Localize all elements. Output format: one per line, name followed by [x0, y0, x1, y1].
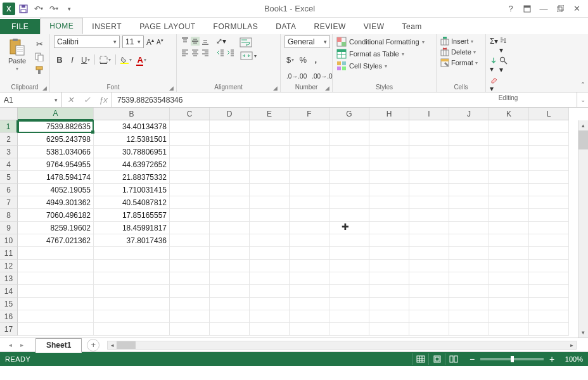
column-header[interactable]: E	[250, 108, 290, 120]
cell[interactable]	[449, 171, 489, 184]
cell[interactable]: 17.85165557	[94, 209, 170, 222]
cell[interactable]	[250, 158, 290, 171]
row-header[interactable]: 9	[0, 222, 18, 234]
customize-qat-icon[interactable]: ▾	[62, 2, 76, 16]
cell[interactable]	[290, 260, 329, 272]
decrease-decimal-icon[interactable]: .00→.0	[310, 70, 334, 82]
cell[interactable]	[250, 285, 290, 298]
cell[interactable]	[250, 184, 290, 196]
cell[interactable]	[210, 323, 250, 336]
cell[interactable]	[170, 272, 210, 285]
cell[interactable]	[210, 222, 250, 234]
cell[interactable]	[449, 298, 489, 310]
cell[interactable]	[329, 310, 369, 323]
align-middle-icon[interactable]	[191, 37, 200, 46]
ribbon-display-options-icon[interactable]	[520, 3, 535, 15]
scroll-left-icon[interactable]: ◂	[108, 342, 117, 348]
increase-decimal-icon[interactable]: .0→.00	[284, 70, 309, 82]
tab-view[interactable]: VIEW	[355, 19, 393, 34]
cell[interactable]	[369, 184, 409, 196]
cell[interactable]	[449, 285, 489, 298]
cell[interactable]	[449, 120, 489, 133]
cell[interactable]	[170, 234, 210, 247]
format-cells-button[interactable]: Format▾	[440, 58, 478, 67]
cell[interactable]	[449, 310, 489, 323]
cell[interactable]	[250, 146, 290, 158]
tab-formulas[interactable]: FORMULAS	[205, 19, 267, 34]
cell[interactable]	[250, 260, 290, 272]
cell[interactable]	[170, 222, 210, 234]
cell[interactable]	[290, 120, 329, 133]
cut-icon[interactable]: ✂	[33, 38, 46, 49]
tab-page-layout[interactable]: PAGE LAYOUT	[131, 19, 204, 34]
cell[interactable]: 4052.19055	[18, 184, 94, 196]
cell[interactable]: 7060.496182	[18, 209, 94, 222]
row-header[interactable]: 4	[0, 158, 18, 171]
vertical-scrollbar[interactable]: ▴ ▾	[578, 120, 588, 338]
accounting-format-icon[interactable]: $▾	[284, 53, 296, 66]
cell[interactable]	[369, 146, 409, 158]
cell[interactable]: 1.710031415	[94, 184, 170, 196]
cell[interactable]	[170, 310, 210, 323]
cell[interactable]	[290, 209, 329, 222]
cell[interactable]	[170, 285, 210, 298]
cell[interactable]	[170, 158, 210, 171]
cell[interactable]	[489, 247, 529, 260]
cell[interactable]	[529, 120, 569, 133]
cell[interactable]	[18, 272, 94, 285]
scroll-up-icon[interactable]: ▴	[578, 120, 588, 130]
find-select-icon[interactable]: ▾	[499, 56, 508, 74]
cell[interactable]	[290, 310, 329, 323]
cell[interactable]	[449, 323, 489, 336]
cell[interactable]	[369, 120, 409, 133]
alignment-dialog-launcher-icon[interactable]: ◢	[273, 85, 278, 91]
cell[interactable]	[290, 196, 329, 209]
cell[interactable]	[250, 196, 290, 209]
restore-icon[interactable]	[553, 3, 568, 15]
decrease-indent-icon[interactable]	[216, 48, 225, 57]
cell[interactable]	[529, 222, 569, 234]
cell[interactable]	[170, 133, 210, 146]
cell[interactable]: 12.5381501	[94, 133, 170, 146]
page-layout-view-icon[interactable]	[428, 353, 445, 365]
cell[interactable]	[290, 247, 329, 260]
row-header[interactable]: 7	[0, 196, 18, 209]
cell[interactable]	[94, 323, 170, 336]
redo-icon[interactable]: ↷▾	[47, 2, 61, 16]
cell[interactable]	[409, 298, 449, 310]
cell[interactable]	[170, 260, 210, 272]
cell[interactable]	[529, 196, 569, 209]
undo-icon[interactable]: ↶▾	[32, 2, 46, 16]
row-header[interactable]: 3	[0, 146, 18, 158]
cell[interactable]	[449, 222, 489, 234]
expand-formula-bar-icon[interactable]: ⌄	[577, 92, 588, 107]
cell[interactable]	[329, 184, 369, 196]
conditional-formatting-button[interactable]: Conditional Formatting▾	[336, 37, 425, 47]
cell[interactable]	[94, 260, 170, 272]
row-header[interactable]: 16	[0, 310, 18, 323]
cell[interactable]	[210, 310, 250, 323]
cell[interactable]	[250, 120, 290, 133]
cell[interactable]	[409, 222, 449, 234]
fill-icon[interactable]: ▾	[490, 56, 498, 74]
row-header[interactable]: 2	[0, 133, 18, 146]
cell[interactable]	[489, 171, 529, 184]
cell[interactable]	[529, 209, 569, 222]
cell[interactable]	[250, 323, 290, 336]
cell[interactable]	[329, 285, 369, 298]
column-header[interactable]: J	[449, 108, 489, 120]
cell[interactable]	[489, 133, 529, 146]
cell[interactable]	[170, 120, 210, 133]
cell[interactable]	[529, 234, 569, 247]
normal-view-icon[interactable]	[412, 353, 428, 365]
cell[interactable]	[409, 146, 449, 158]
cell[interactable]	[18, 310, 94, 323]
row-header[interactable]: 11	[0, 247, 18, 260]
cell[interactable]	[529, 323, 569, 336]
comma-format-icon[interactable]: ,	[310, 53, 321, 66]
cell[interactable]	[409, 285, 449, 298]
column-header[interactable]: D	[210, 108, 250, 120]
cell[interactable]	[489, 209, 529, 222]
cell[interactable]	[369, 247, 409, 260]
tab-insert[interactable]: INSERT	[83, 19, 131, 34]
